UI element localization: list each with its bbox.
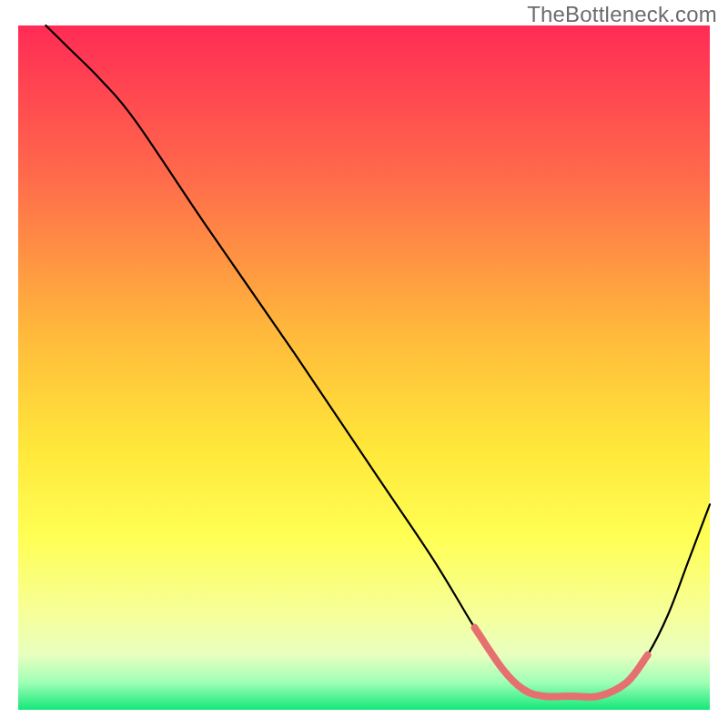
watermark-text: TheBottleneck.com xyxy=(527,2,717,27)
chart-container: { "watermark": "TheBottleneck.com", "cha… xyxy=(0,0,728,728)
bottleneck-chart xyxy=(0,0,728,728)
plot-area xyxy=(18,25,710,710)
